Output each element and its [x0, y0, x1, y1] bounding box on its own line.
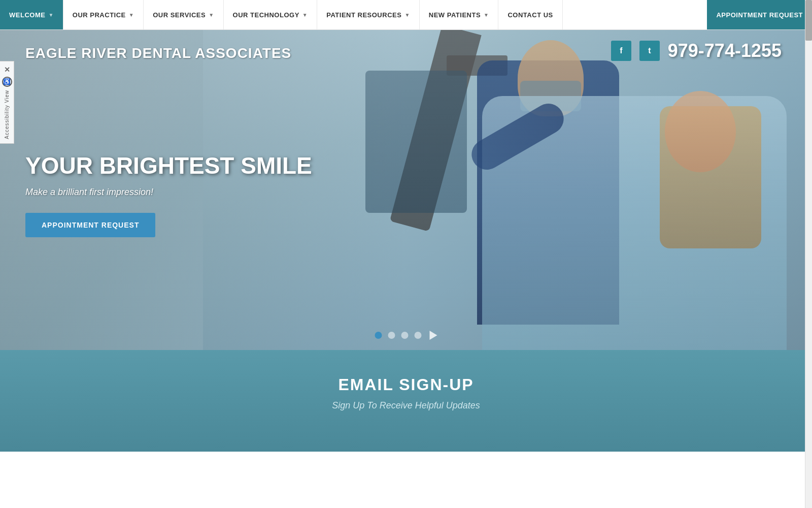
- accessibility-icon[interactable]: ♿: [2, 77, 12, 87]
- chevron-down-icon: ▼: [48, 12, 53, 18]
- hero-content: EAGLE RIVER DENTAL ASSOCIATES YOUR BRIGH…: [0, 30, 337, 252]
- scrollbar-thumb[interactable]: [805, 0, 812, 41]
- carousel-play-button[interactable]: [430, 331, 437, 340]
- chevron-down-icon: ▼: [484, 12, 489, 18]
- accessibility-sidebar[interactable]: ✕ ♿ Accessibility View: [0, 61, 14, 144]
- nav-item-our-practice[interactable]: OUR PRACTICE ▼: [63, 0, 144, 29]
- chevron-down-icon: ▼: [209, 12, 214, 18]
- nav-item-our-services[interactable]: OUR SERVICES ▼: [144, 0, 223, 29]
- facebook-button[interactable]: f: [611, 41, 631, 61]
- scrollbar[interactable]: [805, 0, 812, 452]
- carousel-controls: [375, 331, 437, 340]
- hero-contact-area: f t 979-774-1255: [611, 40, 782, 61]
- hero-section: f t 979-774-1255 EAGLE RIVER DENTAL ASSO…: [0, 30, 812, 350]
- carousel-dot-1[interactable]: [375, 332, 382, 339]
- hero-subtext: Make a brilliant first impression!: [25, 187, 312, 198]
- chevron-down-icon: ▼: [302, 12, 308, 18]
- twitter-button[interactable]: t: [639, 41, 660, 61]
- nav-item-our-technology[interactable]: OUR TECHNOLOGY ▼: [224, 0, 318, 29]
- chevron-down-icon: ▼: [404, 12, 410, 18]
- carousel-dot-2[interactable]: [388, 332, 395, 339]
- accessibility-view-label[interactable]: Accessibility View: [4, 90, 10, 139]
- hero-headline: YOUR BRIGHTEST SMILE: [25, 153, 312, 179]
- carousel-dot-4[interactable]: [415, 332, 422, 339]
- nav-item-contact-us[interactable]: CONTACT US: [498, 0, 562, 29]
- email-signup-title: EMAIL SIGN-UP: [10, 375, 802, 394]
- nav-item-appointment-request[interactable]: APPOINTMENT REQUEST: [707, 0, 812, 29]
- main-navigation: WELCOME ▼ OUR PRACTICE ▼ OUR SERVICES ▼ …: [0, 0, 812, 30]
- nav-item-new-patients[interactable]: NEW PATIENTS ▼: [420, 0, 499, 29]
- carousel-dot-3[interactable]: [401, 332, 409, 339]
- nav-item-welcome[interactable]: WELCOME ▼: [0, 0, 63, 29]
- email-signup-subtitle: Sign Up To Receive Helpful Updates: [10, 400, 802, 411]
- phone-number: 979-774-1255: [668, 40, 782, 61]
- accessibility-close-button[interactable]: ✕: [4, 66, 10, 74]
- business-name: EAGLE RIVER DENTAL ASSOCIATES: [25, 45, 312, 61]
- chevron-down-icon: ▼: [129, 12, 134, 18]
- nav-item-patient-resources[interactable]: PATIENT RESOURCES ▼: [317, 0, 420, 29]
- email-signup-section: EMAIL SIGN-UP Sign Up To Receive Helpful…: [0, 350, 812, 452]
- appointment-request-button[interactable]: APPOINTMENT REQUEST: [25, 213, 155, 237]
